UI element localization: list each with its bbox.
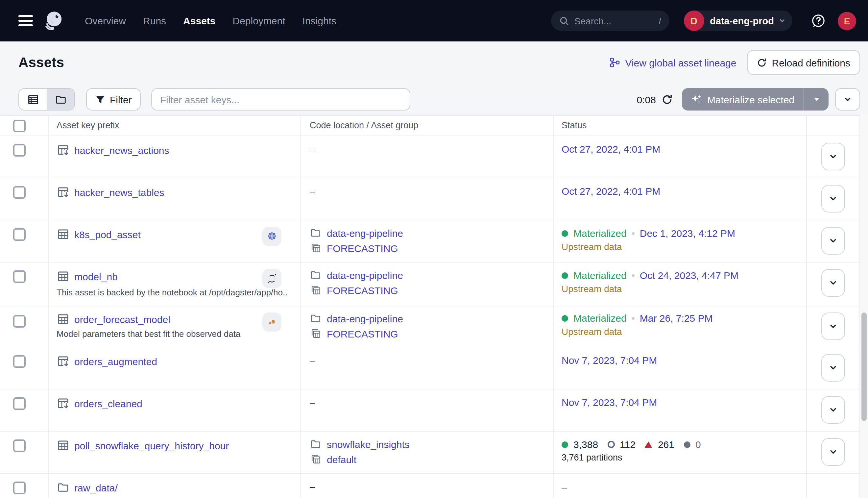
asset-group-link[interactable]: FORECASTING	[327, 243, 398, 253]
row-checkbox[interactable]	[13, 228, 26, 241]
empty-value: –	[310, 396, 315, 408]
row-checkbox[interactable]	[13, 315, 26, 328]
nav-item-deployment[interactable]: Deployment	[229, 13, 289, 29]
folder-icon	[55, 93, 67, 106]
jupyter-badge	[262, 269, 281, 288]
neutral-count: 0	[695, 439, 701, 450]
table-row: hacker_news_actions – Oct 27, 2022, 4:01…	[0, 136, 859, 178]
failed-count: 261	[658, 439, 675, 450]
deployment-initial-badge: D	[683, 11, 704, 31]
table-arrow-icon	[56, 143, 70, 157]
expand-row-button[interactable]	[821, 396, 845, 424]
code-location-link[interactable]: data-eng-pipeline	[327, 270, 403, 280]
row-checkbox[interactable]	[13, 440, 26, 452]
row-checkbox[interactable]	[13, 397, 26, 410]
code-location-link[interactable]: data-eng-pipeline	[327, 227, 403, 238]
help-icon[interactable]	[811, 13, 826, 28]
chevron-down-icon	[778, 17, 786, 24]
nav-item-insights[interactable]: Insights	[299, 13, 339, 29]
view-toggle	[18, 88, 75, 110]
asset-group-icon	[310, 328, 322, 339]
asset-link[interactable]: orders_cleaned	[74, 398, 142, 409]
empty-value: –	[310, 354, 315, 366]
asset-link[interactable]: hacker_news_actions	[74, 144, 169, 156]
kubernetes-icon: ☸︎	[267, 231, 277, 242]
reload-definitions-button[interactable]: Reload definitions	[747, 50, 860, 75]
expand-row-button[interactable]	[821, 143, 845, 170]
select-all-checkbox[interactable]	[13, 120, 26, 132]
row-checkbox[interactable]	[13, 186, 26, 199]
toolbar-more-button[interactable]	[835, 88, 860, 110]
deployment-switcher[interactable]: D data-eng-prod	[683, 11, 792, 31]
filter-asset-keys-input[interactable]	[151, 88, 411, 110]
code-location-link[interactable]: data-eng-pipeline	[327, 313, 403, 324]
lineage-icon	[609, 57, 620, 68]
table-icon	[56, 270, 70, 283]
materialized-dot-icon	[562, 315, 568, 322]
assets-table: Asset key prefix Code location / Asset g…	[0, 115, 859, 498]
view-global-asset-lineage-link[interactable]: View global asset lineage	[609, 57, 736, 68]
empty-value: –	[310, 480, 315, 492]
row-checkbox[interactable]	[13, 482, 26, 494]
code-location-link[interactable]: snowflake_insights	[327, 438, 410, 450]
materialized-dot-icon	[562, 272, 568, 279]
folder-icon	[310, 227, 322, 239]
column-header-asset-key: Asset key prefix	[56, 120, 119, 130]
filter-button[interactable]: Filter	[86, 88, 141, 110]
nav-item-overview[interactable]: Overview	[82, 13, 129, 29]
row-checkbox[interactable]	[13, 355, 26, 368]
expand-row-button[interactable]	[821, 354, 845, 382]
status-date-link[interactable]: Mar 26, 7:25 PM	[640, 313, 713, 324]
status-date-link[interactable]: Nov 7, 2023, 7:04 PM	[562, 397, 657, 408]
flat-view-toggle[interactable]	[19, 89, 47, 110]
missing-count-icon	[607, 441, 614, 448]
expand-row-button[interactable]	[821, 185, 845, 212]
nav-item-runs[interactable]: Runs	[140, 13, 169, 29]
expand-row-button[interactable]	[821, 269, 845, 297]
asset-link[interactable]: order_forecast_model	[74, 313, 170, 325]
asset-group-link[interactable]: FORECASTING	[327, 285, 398, 296]
status-label: Materialized	[573, 227, 627, 239]
noteable-badge	[262, 313, 281, 331]
empty-value: –	[310, 185, 315, 197]
status-date-link[interactable]: Nov 7, 2023, 7:04 PM	[562, 355, 657, 366]
asset-group-link[interactable]: FORECASTING	[327, 328, 398, 339]
directory-view-toggle[interactable]	[47, 89, 74, 110]
scrollbar-thumb[interactable]	[862, 313, 867, 421]
expand-row-button[interactable]	[821, 227, 845, 254]
asset-link[interactable]: orders_augmented	[74, 356, 157, 367]
status-date-link[interactable]: Oct 24, 2023, 4:47 PM	[640, 270, 738, 281]
page-header: Assets View global asset lineage Reload …	[0, 41, 868, 83]
status-date-link[interactable]: Oct 27, 2022, 4:01 PM	[562, 185, 660, 197]
asset-link[interactable]: poll_snowflake_query_history_hour	[74, 440, 229, 451]
asset-link[interactable]: k8s_pod_asset	[74, 228, 141, 240]
column-header-status: Status	[562, 120, 587, 130]
user-avatar[interactable]: E	[838, 12, 856, 30]
search-icon	[559, 15, 569, 26]
page-title: Assets	[18, 55, 64, 70]
asset-link[interactable]: model_nb	[74, 271, 118, 282]
global-search[interactable]: /	[551, 11, 669, 31]
status-date-link[interactable]: Dec 1, 2023, 4:12 PM	[640, 227, 735, 239]
nav-item-assets[interactable]: Assets	[180, 13, 219, 29]
expand-row-button[interactable]	[821, 313, 845, 340]
asset-group-link[interactable]: default	[327, 454, 357, 465]
row-checkbox[interactable]	[13, 271, 26, 283]
funnel-icon	[95, 94, 105, 104]
refresh-icon[interactable]	[662, 94, 673, 105]
materialized-count: 3,388	[573, 439, 598, 450]
table-row: hacker_news_tables – Oct 27, 2022, 4:01 …	[0, 178, 859, 220]
materialize-dropdown-toggle[interactable]	[803, 88, 829, 110]
menu-icon[interactable]	[18, 15, 33, 26]
jupyter-icon	[266, 273, 278, 284]
expand-row-button[interactable]	[821, 438, 845, 466]
status-date-link[interactable]: Oct 27, 2022, 4:01 PM	[562, 143, 660, 155]
global-search-input[interactable]	[574, 15, 652, 26]
materialize-selected-action[interactable]: Materialize selected	[682, 88, 803, 110]
asset-folder-link[interactable]: raw_data/	[74, 482, 118, 493]
row-checkbox[interactable]	[13, 144, 26, 157]
dagster-logo-icon[interactable]	[41, 9, 65, 32]
asset-link[interactable]: hacker_news_tables	[74, 186, 164, 198]
table-row: raw_data/ – –	[0, 474, 859, 498]
scrollbar-track	[859, 115, 868, 498]
